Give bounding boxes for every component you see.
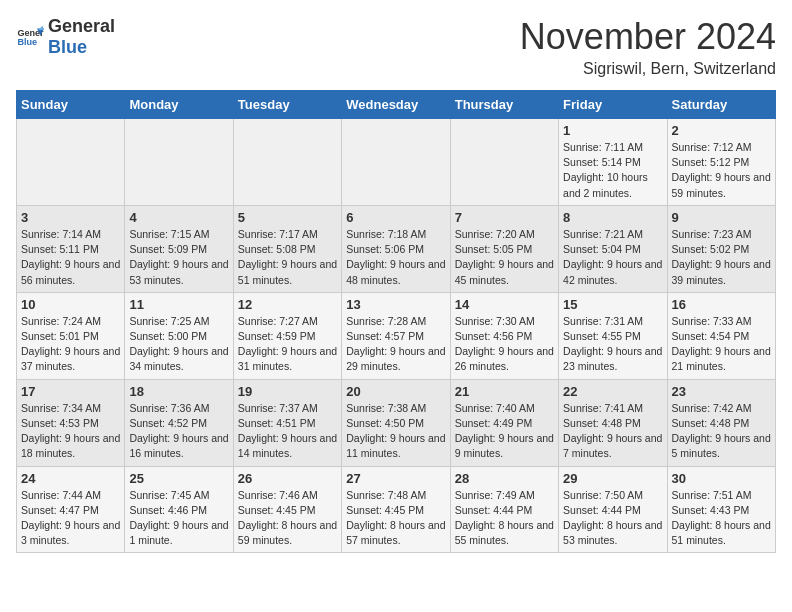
table-row: 21Sunrise: 7:40 AM Sunset: 4:49 PM Dayli… [450, 379, 558, 466]
day-info: Sunrise: 7:21 AM Sunset: 5:04 PM Dayligh… [563, 227, 662, 288]
day-info: Sunrise: 7:14 AM Sunset: 5:11 PM Dayligh… [21, 227, 120, 288]
table-row [342, 119, 450, 206]
day-info: Sunrise: 7:18 AM Sunset: 5:06 PM Dayligh… [346, 227, 445, 288]
day-number: 19 [238, 384, 337, 399]
day-info: Sunrise: 7:45 AM Sunset: 4:46 PM Dayligh… [129, 488, 228, 549]
day-info: Sunrise: 7:20 AM Sunset: 5:05 PM Dayligh… [455, 227, 554, 288]
table-row: 17Sunrise: 7:34 AM Sunset: 4:53 PM Dayli… [17, 379, 125, 466]
table-row: 7Sunrise: 7:20 AM Sunset: 5:05 PM Daylig… [450, 205, 558, 292]
day-info: Sunrise: 7:36 AM Sunset: 4:52 PM Dayligh… [129, 401, 228, 462]
day-number: 18 [129, 384, 228, 399]
table-row: 20Sunrise: 7:38 AM Sunset: 4:50 PM Dayli… [342, 379, 450, 466]
table-row: 9Sunrise: 7:23 AM Sunset: 5:02 PM Daylig… [667, 205, 775, 292]
table-row: 16Sunrise: 7:33 AM Sunset: 4:54 PM Dayli… [667, 292, 775, 379]
day-info: Sunrise: 7:37 AM Sunset: 4:51 PM Dayligh… [238, 401, 337, 462]
day-info: Sunrise: 7:15 AM Sunset: 5:09 PM Dayligh… [129, 227, 228, 288]
day-info: Sunrise: 7:17 AM Sunset: 5:08 PM Dayligh… [238, 227, 337, 288]
day-number: 1 [563, 123, 662, 138]
day-number: 9 [672, 210, 771, 225]
day-info: Sunrise: 7:41 AM Sunset: 4:48 PM Dayligh… [563, 401, 662, 462]
table-row: 25Sunrise: 7:45 AM Sunset: 4:46 PM Dayli… [125, 466, 233, 553]
table-row: 11Sunrise: 7:25 AM Sunset: 5:00 PM Dayli… [125, 292, 233, 379]
table-row [450, 119, 558, 206]
table-row [233, 119, 341, 206]
day-info: Sunrise: 7:28 AM Sunset: 4:57 PM Dayligh… [346, 314, 445, 375]
day-info: Sunrise: 7:48 AM Sunset: 4:45 PM Dayligh… [346, 488, 445, 549]
logo-general: General [48, 16, 115, 36]
table-row: 19Sunrise: 7:37 AM Sunset: 4:51 PM Dayli… [233, 379, 341, 466]
day-info: Sunrise: 7:42 AM Sunset: 4:48 PM Dayligh… [672, 401, 771, 462]
table-row: 28Sunrise: 7:49 AM Sunset: 4:44 PM Dayli… [450, 466, 558, 553]
table-row: 30Sunrise: 7:51 AM Sunset: 4:43 PM Dayli… [667, 466, 775, 553]
day-number: 5 [238, 210, 337, 225]
table-row: 6Sunrise: 7:18 AM Sunset: 5:06 PM Daylig… [342, 205, 450, 292]
header-thursday: Thursday [450, 91, 558, 119]
page-header: General Blue General Blue November 2024 … [16, 16, 776, 78]
header-friday: Friday [559, 91, 667, 119]
day-number: 10 [21, 297, 120, 312]
table-row: 4Sunrise: 7:15 AM Sunset: 5:09 PM Daylig… [125, 205, 233, 292]
day-info: Sunrise: 7:40 AM Sunset: 4:49 PM Dayligh… [455, 401, 554, 462]
day-number: 24 [21, 471, 120, 486]
day-number: 22 [563, 384, 662, 399]
day-info: Sunrise: 7:24 AM Sunset: 5:01 PM Dayligh… [21, 314, 120, 375]
day-number: 21 [455, 384, 554, 399]
day-number: 2 [672, 123, 771, 138]
day-number: 23 [672, 384, 771, 399]
table-row: 14Sunrise: 7:30 AM Sunset: 4:56 PM Dayli… [450, 292, 558, 379]
logo-blue: Blue [48, 37, 87, 57]
header-monday: Monday [125, 91, 233, 119]
table-row: 5Sunrise: 7:17 AM Sunset: 5:08 PM Daylig… [233, 205, 341, 292]
day-number: 3 [21, 210, 120, 225]
day-number: 15 [563, 297, 662, 312]
day-number: 8 [563, 210, 662, 225]
day-number: 28 [455, 471, 554, 486]
table-row [125, 119, 233, 206]
day-number: 27 [346, 471, 445, 486]
day-info: Sunrise: 7:49 AM Sunset: 4:44 PM Dayligh… [455, 488, 554, 549]
table-row: 8Sunrise: 7:21 AM Sunset: 5:04 PM Daylig… [559, 205, 667, 292]
calendar-body: 1Sunrise: 7:11 AM Sunset: 5:14 PM Daylig… [17, 119, 776, 553]
day-info: Sunrise: 7:23 AM Sunset: 5:02 PM Dayligh… [672, 227, 771, 288]
table-row: 15Sunrise: 7:31 AM Sunset: 4:55 PM Dayli… [559, 292, 667, 379]
logo-icon: General Blue [16, 23, 44, 51]
day-number: 30 [672, 471, 771, 486]
day-info: Sunrise: 7:34 AM Sunset: 4:53 PM Dayligh… [21, 401, 120, 462]
day-info: Sunrise: 7:46 AM Sunset: 4:45 PM Dayligh… [238, 488, 337, 549]
day-number: 20 [346, 384, 445, 399]
header-tuesday: Tuesday [233, 91, 341, 119]
calendar-table: Sunday Monday Tuesday Wednesday Thursday… [16, 90, 776, 553]
day-info: Sunrise: 7:31 AM Sunset: 4:55 PM Dayligh… [563, 314, 662, 375]
table-row: 22Sunrise: 7:41 AM Sunset: 4:48 PM Dayli… [559, 379, 667, 466]
day-info: Sunrise: 7:12 AM Sunset: 5:12 PM Dayligh… [672, 140, 771, 201]
day-info: Sunrise: 7:11 AM Sunset: 5:14 PM Dayligh… [563, 140, 662, 201]
day-info: Sunrise: 7:44 AM Sunset: 4:47 PM Dayligh… [21, 488, 120, 549]
day-info: Sunrise: 7:27 AM Sunset: 4:59 PM Dayligh… [238, 314, 337, 375]
table-row: 12Sunrise: 7:27 AM Sunset: 4:59 PM Dayli… [233, 292, 341, 379]
day-info: Sunrise: 7:25 AM Sunset: 5:00 PM Dayligh… [129, 314, 228, 375]
table-row: 29Sunrise: 7:50 AM Sunset: 4:44 PM Dayli… [559, 466, 667, 553]
location-title: Sigriswil, Bern, Switzerland [520, 60, 776, 78]
day-number: 12 [238, 297, 337, 312]
table-row: 2Sunrise: 7:12 AM Sunset: 5:12 PM Daylig… [667, 119, 775, 206]
day-number: 7 [455, 210, 554, 225]
table-row: 27Sunrise: 7:48 AM Sunset: 4:45 PM Dayli… [342, 466, 450, 553]
svg-text:Blue: Blue [17, 37, 37, 47]
day-number: 16 [672, 297, 771, 312]
header-saturday: Saturday [667, 91, 775, 119]
day-number: 17 [21, 384, 120, 399]
table-row [17, 119, 125, 206]
day-number: 25 [129, 471, 228, 486]
day-info: Sunrise: 7:50 AM Sunset: 4:44 PM Dayligh… [563, 488, 662, 549]
table-row: 3Sunrise: 7:14 AM Sunset: 5:11 PM Daylig… [17, 205, 125, 292]
day-number: 13 [346, 297, 445, 312]
day-info: Sunrise: 7:38 AM Sunset: 4:50 PM Dayligh… [346, 401, 445, 462]
day-number: 29 [563, 471, 662, 486]
title-area: November 2024 Sigriswil, Bern, Switzerla… [520, 16, 776, 78]
day-info: Sunrise: 7:30 AM Sunset: 4:56 PM Dayligh… [455, 314, 554, 375]
day-number: 6 [346, 210, 445, 225]
table-row: 1Sunrise: 7:11 AM Sunset: 5:14 PM Daylig… [559, 119, 667, 206]
table-row: 26Sunrise: 7:46 AM Sunset: 4:45 PM Dayli… [233, 466, 341, 553]
header-wednesday: Wednesday [342, 91, 450, 119]
day-info: Sunrise: 7:51 AM Sunset: 4:43 PM Dayligh… [672, 488, 771, 549]
